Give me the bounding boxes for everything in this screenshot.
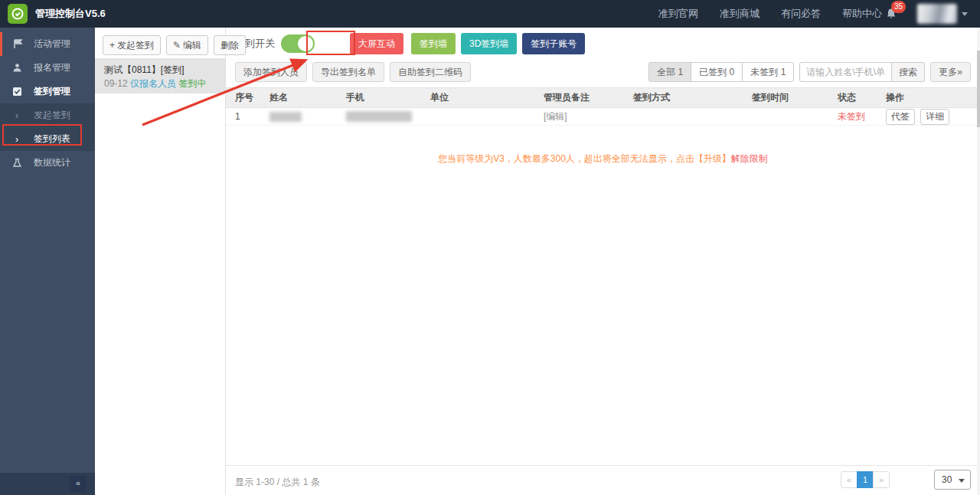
- col-admin-remark: 管理员备注: [541, 88, 630, 108]
- session-date: 09-12: [104, 78, 128, 89]
- session-list-panel: + 发起签到 ✎ 编辑 删除 测试【0811】[签到] 09-12 仅报名人员 …: [95, 28, 226, 495]
- col-phone: 手机: [343, 88, 427, 108]
- add-attendee-button[interactable]: 添加签到人员: [235, 62, 307, 82]
- next-page-button[interactable]: »: [873, 471, 890, 488]
- topbar-nav: 准到官网 准到商城 有问必答 帮助中心: [658, 0, 882, 28]
- sidebar-item-start-checkin[interactable]: › 发起签到: [0, 103, 95, 127]
- search-input[interactable]: [799, 62, 892, 82]
- col-actions: 操作: [883, 88, 980, 108]
- chevron-right-icon: ›: [0, 110, 34, 121]
- nav-mall[interactable]: 准到商城: [720, 7, 760, 21]
- sidebar-item-checkin[interactable]: 签到管理: [0, 80, 95, 103]
- notification-badge: 35: [891, 1, 906, 13]
- cell-checkin-method: [630, 108, 749, 126]
- table-header-row: 序号 姓名 手机 单位 管理员备注 签到方式 签到时间 状态 操作: [226, 88, 980, 108]
- col-unit: 单位: [427, 88, 541, 108]
- scrollbar-thumb[interactable]: [977, 51, 980, 127]
- col-checkin-time: 签到时间: [749, 88, 835, 108]
- checkin-wall-3d-button[interactable]: 3D签到墙: [461, 33, 517, 54]
- pagination-summary: 显示 1-30 / 总共 1 条: [235, 476, 320, 489]
- nav-qa[interactable]: 有问必答: [781, 7, 821, 21]
- user-menu-caret-icon[interactable]: [962, 12, 968, 16]
- chevron-right-icon: ›: [0, 134, 34, 145]
- session-status: 签到中: [178, 78, 206, 89]
- checkin-action-row: 签到开关 大屏互动 签到墙 3D签到墙 签到子账号: [235, 32, 585, 55]
- avatar[interactable]: [917, 4, 957, 24]
- filter-all-button[interactable]: 全部 1: [648, 62, 691, 82]
- app-logo-icon: [8, 4, 28, 24]
- pagination: « 1 »: [841, 471, 890, 488]
- sidebar-submenu: › 发起签到 › 签到列表: [0, 103, 95, 151]
- edit-session-button[interactable]: ✎ 编辑: [166, 35, 208, 55]
- sidebar-item-label: 活动管理: [34, 38, 70, 51]
- detail-button[interactable]: 详细: [920, 109, 949, 125]
- filter-signed-button[interactable]: 已签到 0: [691, 62, 743, 82]
- filter-unsigned-button[interactable]: 未签到 1: [742, 62, 794, 82]
- nav-help-center[interactable]: 帮助中心: [842, 7, 882, 21]
- col-status: 状态: [835, 88, 883, 108]
- user-icon: [0, 63, 34, 73]
- lift-limit-link[interactable]: 解除限制: [731, 153, 768, 164]
- checkin-wall-button[interactable]: 签到墙: [411, 33, 456, 54]
- search-group: 搜索: [799, 62, 925, 82]
- col-name: 姓名: [266, 88, 343, 108]
- sidebar-item-label: 报名管理: [34, 61, 70, 74]
- sub-account-button[interactable]: 签到子账号: [522, 33, 585, 54]
- cell-unit: [427, 108, 541, 126]
- app-title: 管理控制台V5.6: [35, 0, 106, 28]
- cell-status: 未签到: [835, 108, 883, 126]
- col-checkin-method: 签到方式: [630, 88, 749, 108]
- page-scrollbar[interactable]: [977, 28, 980, 495]
- sidebar-item-statistics[interactable]: 数据统计: [0, 151, 95, 175]
- attendee-table: 序号 姓名 手机 单位 管理员备注 签到方式 签到时间 状态 操作 1 [编辑]…: [226, 87, 980, 126]
- more-button[interactable]: 更多»: [930, 62, 971, 82]
- status-filter-group: 全部 1 已签到 0 未签到 1: [648, 62, 794, 82]
- create-checkin-button[interactable]: + 发起签到: [103, 35, 161, 55]
- cell-actions: 代签 详细: [883, 108, 980, 126]
- session-title: 测试【0811】[签到]: [104, 63, 225, 77]
- quota-notice-text: 您当前等级为V3，人数最多300人，超出将全部无法显示，点击【升级】: [438, 153, 731, 164]
- session-list-item[interactable]: 测试【0811】[签到] 09-12 仅报名人员 签到中: [95, 58, 225, 93]
- filter-row: 全部 1 已签到 0 未签到 1 搜索 更多»: [648, 61, 971, 83]
- sidebar-item-label: 签到管理: [34, 85, 70, 98]
- session-tag: 仅报名人员: [130, 78, 176, 89]
- status-badge: 未签到: [838, 111, 865, 122]
- select-caret-icon: [959, 479, 965, 483]
- sidebar-item-checkin-list[interactable]: › 签到列表: [0, 127, 95, 151]
- page-size-select[interactable]: 30: [934, 470, 971, 490]
- delete-session-button[interactable]: 删除: [214, 35, 246, 55]
- topbar: 管理控制台V5.6 准到官网 准到商城 有问必答 帮助中心 35: [0, 0, 980, 28]
- checkbox-icon: [0, 87, 34, 97]
- export-list-button[interactable]: 导出签到名单: [312, 62, 384, 82]
- blurred-phone: [346, 111, 412, 122]
- big-screen-button[interactable]: 大屏互动: [350, 33, 403, 54]
- blurred-name: [270, 112, 302, 122]
- self-checkin-qrcode-button[interactable]: 自助签到二维码: [390, 62, 471, 82]
- prev-page-button[interactable]: «: [841, 471, 858, 488]
- cell-admin-remark: [编辑]: [541, 108, 630, 126]
- session-toolbar: + 发起签到 ✎ 编辑 删除: [103, 35, 246, 55]
- flask-icon: [0, 158, 34, 168]
- cell-name: [266, 108, 343, 126]
- list-tools-row: 添加签到人员 导出签到名单 自助签到二维码: [235, 61, 471, 83]
- search-button[interactable]: 搜索: [892, 62, 925, 82]
- sidebar-item-activity[interactable]: 活动管理: [0, 32, 95, 56]
- checkin-toggle-switch[interactable]: [281, 34, 315, 53]
- nav-official-site[interactable]: 准到官网: [658, 7, 698, 21]
- sidebar-item-label: 数据统计: [34, 156, 70, 169]
- table-row: 1 [编辑] 未签到 代签 详细: [226, 108, 980, 126]
- sidebar: 活动管理 报名管理 签到管理 › 发起签到 › 签到列表 数据统计 «: [0, 28, 95, 495]
- notification-area[interactable]: 35: [880, 0, 903, 28]
- quota-notice: 您当前等级为V3，人数最多300人，超出将全部无法显示，点击【升级】解除限制: [226, 152, 980, 166]
- sidebar-item-signup[interactable]: 报名管理: [0, 56, 95, 80]
- flag-icon: [2, 39, 34, 49]
- main-content: 签到开关 大屏互动 签到墙 3D签到墙 签到子账号 添加签到人员 导出签到名单 …: [226, 28, 980, 495]
- cell-seq: 1: [226, 108, 266, 126]
- sign-for-button[interactable]: 代签: [886, 109, 915, 125]
- sidebar-item-label: 发起签到: [34, 109, 70, 122]
- sidebar-collapse-button[interactable]: «: [70, 475, 87, 492]
- current-page-button[interactable]: 1: [857, 471, 874, 488]
- col-seq: 序号: [226, 88, 266, 108]
- sidebar-item-label: 签到列表: [34, 133, 70, 146]
- edit-remark-link[interactable]: [编辑]: [544, 111, 567, 122]
